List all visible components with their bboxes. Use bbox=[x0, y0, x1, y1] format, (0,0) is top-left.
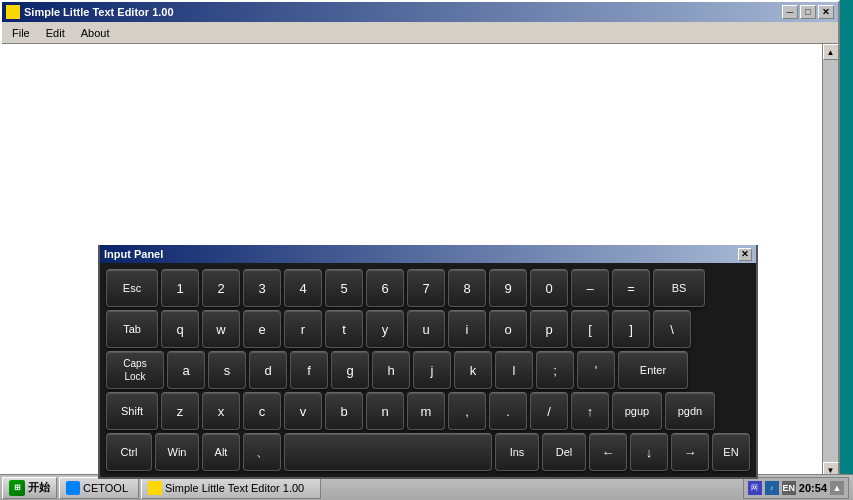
key-backspace[interactable]: BS bbox=[653, 269, 705, 307]
key-ins[interactable]: Ins bbox=[495, 433, 539, 471]
input-panel-title-bar: Input Panel ✕ bbox=[100, 245, 756, 263]
key-1[interactable]: 1 bbox=[161, 269, 199, 307]
input-panel: Input Panel ✕ Esc 1 2 3 4 5 6 7 8 9 0 – … bbox=[98, 245, 758, 479]
network-tray-icon: 网 bbox=[748, 481, 762, 495]
key-l[interactable]: l bbox=[495, 351, 533, 389]
key-a[interactable]: a bbox=[167, 351, 205, 389]
key-2[interactable]: 2 bbox=[202, 269, 240, 307]
key-minus[interactable]: – bbox=[571, 269, 609, 307]
key-8[interactable]: 8 bbox=[448, 269, 486, 307]
input-panel-title-label: Input Panel bbox=[104, 248, 163, 260]
key-7[interactable]: 7 bbox=[407, 269, 445, 307]
key-en[interactable]: EN bbox=[712, 433, 750, 471]
key-del[interactable]: Del bbox=[542, 433, 586, 471]
key-y[interactable]: y bbox=[366, 310, 404, 348]
app-taskbar-button[interactable]: Simple Little Text Editor 1.00 bbox=[141, 477, 321, 499]
key-3[interactable]: 3 bbox=[243, 269, 281, 307]
minimize-button[interactable]: ─ bbox=[782, 5, 798, 19]
key-s[interactable]: s bbox=[208, 351, 246, 389]
close-button[interactable]: ✕ bbox=[818, 5, 834, 19]
key-space[interactable] bbox=[284, 433, 492, 471]
menu-about[interactable]: About bbox=[73, 25, 118, 41]
key-r[interactable]: r bbox=[284, 310, 322, 348]
key-shift[interactable]: Shift bbox=[106, 392, 158, 430]
key-x[interactable]: x bbox=[202, 392, 240, 430]
key-semicolon[interactable]: ; bbox=[536, 351, 574, 389]
key-4[interactable]: 4 bbox=[284, 269, 322, 307]
key-o[interactable]: o bbox=[489, 310, 527, 348]
input-panel-close-button[interactable]: ✕ bbox=[738, 248, 752, 261]
key-win[interactable]: Win bbox=[155, 433, 199, 471]
key-q[interactable]: q bbox=[161, 310, 199, 348]
keyboard-row-3: CapsLock a s d f g h j k l ; ' Enter bbox=[106, 351, 750, 389]
key-pagedown[interactable]: pgdn bbox=[665, 392, 715, 430]
key-p[interactable]: p bbox=[530, 310, 568, 348]
key-n[interactable]: n bbox=[366, 392, 404, 430]
key-lbracket[interactable]: [ bbox=[571, 310, 609, 348]
key-cjk-comma[interactable]: 、 bbox=[243, 433, 281, 471]
key-comma[interactable]: , bbox=[448, 392, 486, 430]
hide-tray-icon[interactable]: ▲ bbox=[830, 481, 844, 495]
key-ctrl[interactable]: Ctrl bbox=[106, 433, 152, 471]
key-enter[interactable]: Enter bbox=[618, 351, 688, 389]
key-g[interactable]: g bbox=[331, 351, 369, 389]
maximize-button[interactable]: □ bbox=[800, 5, 816, 19]
volume-tray-icon: ♪ bbox=[765, 481, 779, 495]
key-c[interactable]: c bbox=[243, 392, 281, 430]
key-pageup[interactable]: pgup bbox=[612, 392, 662, 430]
key-d[interactable]: d bbox=[249, 351, 287, 389]
key-5[interactable]: 5 bbox=[325, 269, 363, 307]
key-slash[interactable]: / bbox=[530, 392, 568, 430]
key-6[interactable]: 6 bbox=[366, 269, 404, 307]
key-w[interactable]: w bbox=[202, 310, 240, 348]
key-9[interactable]: 9 bbox=[489, 269, 527, 307]
key-z[interactable]: z bbox=[161, 392, 199, 430]
key-backslash[interactable]: \ bbox=[653, 310, 691, 348]
key-down-arrow[interactable]: ↓ bbox=[630, 433, 668, 471]
key-tab[interactable]: Tab bbox=[106, 310, 158, 348]
key-quote[interactable]: ' bbox=[577, 351, 615, 389]
key-e[interactable]: e bbox=[243, 310, 281, 348]
key-period[interactable]: . bbox=[489, 392, 527, 430]
keyboard-row-2: Tab q w e r t y u i o p [ ] \ bbox=[106, 310, 750, 348]
app-icon bbox=[6, 5, 20, 19]
ime-tray-icon: EN bbox=[782, 481, 796, 495]
menu-edit[interactable]: Edit bbox=[38, 25, 73, 41]
keyboard-row-1: Esc 1 2 3 4 5 6 7 8 9 0 – = BS bbox=[106, 269, 750, 307]
key-u[interactable]: u bbox=[407, 310, 445, 348]
title-bar-buttons: ─ □ ✕ bbox=[782, 5, 834, 19]
title-bar: Simple Little Text Editor 1.00 ─ □ ✕ bbox=[2, 2, 838, 22]
start-icon: ⊞ bbox=[9, 480, 25, 496]
key-rbracket[interactable]: ] bbox=[612, 310, 650, 348]
key-0[interactable]: 0 bbox=[530, 269, 568, 307]
key-esc[interactable]: Esc bbox=[106, 269, 158, 307]
taskbar-right: 网 ♪ EN 20:54 ▲ bbox=[743, 477, 853, 499]
scroll-up-button[interactable]: ▲ bbox=[823, 44, 839, 60]
key-f[interactable]: f bbox=[290, 351, 328, 389]
app-taskbar-label: Simple Little Text Editor 1.00 bbox=[165, 482, 304, 494]
key-b[interactable]: b bbox=[325, 392, 363, 430]
title-bar-left: Simple Little Text Editor 1.00 bbox=[6, 5, 174, 19]
cetool-button[interactable]: CETOOL bbox=[59, 477, 139, 499]
key-up-arrow[interactable]: ↑ bbox=[571, 392, 609, 430]
window-title: Simple Little Text Editor 1.00 bbox=[24, 6, 174, 18]
key-t[interactable]: t bbox=[325, 310, 363, 348]
key-m[interactable]: m bbox=[407, 392, 445, 430]
menu-bar: File Edit About bbox=[2, 22, 838, 44]
scrollbar-track[interactable] bbox=[823, 60, 838, 462]
scrollbar-right: ▲ ▼ bbox=[822, 44, 838, 478]
key-alt[interactable]: Alt bbox=[202, 433, 240, 471]
app-taskbar-icon bbox=[148, 481, 162, 495]
key-equals[interactable]: = bbox=[612, 269, 650, 307]
start-button[interactable]: ⊞ 开始 bbox=[2, 477, 57, 499]
key-j[interactable]: j bbox=[413, 351, 451, 389]
key-k[interactable]: k bbox=[454, 351, 492, 389]
key-i[interactable]: i bbox=[448, 310, 486, 348]
key-h[interactable]: h bbox=[372, 351, 410, 389]
cetool-label: CETOOL bbox=[83, 482, 128, 494]
key-right-arrow[interactable]: → bbox=[671, 433, 709, 471]
key-left-arrow[interactable]: ← bbox=[589, 433, 627, 471]
key-capslock[interactable]: CapsLock bbox=[106, 351, 164, 389]
key-v[interactable]: v bbox=[284, 392, 322, 430]
menu-file[interactable]: File bbox=[4, 25, 38, 41]
